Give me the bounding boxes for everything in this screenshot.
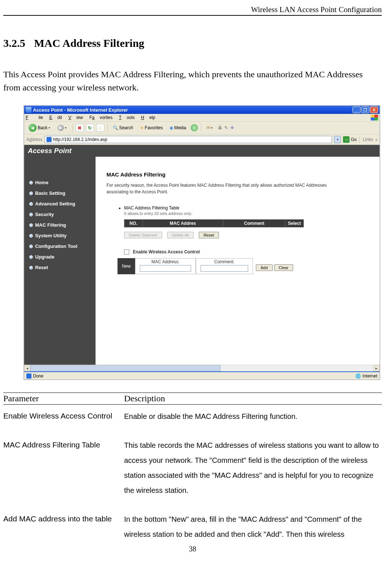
param-name: Enable Wireless Access Control bbox=[3, 409, 124, 424]
bullet-icon bbox=[29, 266, 33, 269]
page-banner: Access Point bbox=[24, 145, 380, 157]
enable-checkbox[interactable] bbox=[124, 249, 129, 254]
address-input[interactable]: http://192.168.2.1/index.asp bbox=[53, 137, 330, 142]
mail-icon: ✉ bbox=[206, 125, 210, 130]
param-table-header: Parameter Description bbox=[3, 394, 382, 404]
add-button[interactable]: Add bbox=[256, 264, 273, 271]
th-comment: Comment bbox=[223, 220, 285, 227]
section-heading: 3.2.5 MAC Address Filtering bbox=[3, 37, 382, 49]
print-button[interactable]: 🖶 bbox=[218, 125, 222, 130]
filter-table-heading: MAC Address Filtering Table bbox=[124, 205, 372, 211]
minimize-button[interactable]: _ bbox=[352, 107, 361, 113]
address-bar: Address http://192.168.2.1/index.asp ▾ →… bbox=[24, 134, 380, 145]
sidebar-item-upgrade[interactable]: Upgrade bbox=[24, 252, 96, 262]
th-mac: MAC Addres bbox=[143, 220, 223, 227]
scroll-right-icon[interactable]: ► bbox=[373, 365, 380, 371]
media-button[interactable]: ◉Media bbox=[167, 124, 188, 131]
new-comment-label: Comment: bbox=[201, 259, 248, 264]
filter-table-hint: It allows to entry 20 sets address only. bbox=[124, 211, 372, 216]
status-page-icon bbox=[26, 373, 31, 379]
th-select: Select bbox=[285, 220, 304, 227]
th-no: NO. bbox=[124, 220, 143, 227]
panel-description: For security reason, the Access Point fe… bbox=[107, 182, 341, 195]
bullet-icon bbox=[29, 245, 33, 248]
stop-button[interactable]: ✖ bbox=[76, 124, 84, 132]
clear-button[interactable]: Clear bbox=[274, 264, 293, 271]
go-button[interactable]: → Go bbox=[343, 136, 356, 143]
param-desc: This table records the MAC addresses of … bbox=[124, 438, 382, 498]
search-button[interactable]: 🔍Search bbox=[111, 124, 135, 131]
param-name: Add MAC address into the table bbox=[3, 512, 124, 542]
bullet-icon bbox=[29, 181, 33, 185]
zone-label: Internet bbox=[362, 373, 377, 379]
zone-icon: 🌐 bbox=[355, 373, 361, 379]
mail-button[interactable]: ✉▼ bbox=[204, 124, 216, 131]
menu-help[interactable]: Help bbox=[141, 115, 155, 120]
sidebar-item-macfilter[interactable]: MAC Filtering bbox=[24, 220, 96, 230]
sidebar-item-home[interactable]: Home bbox=[24, 177, 96, 188]
window-titlebar: Access Point - Microsoft Internet Explor… bbox=[24, 106, 380, 114]
bullet-icon bbox=[29, 234, 33, 238]
param-header-left: Parameter bbox=[3, 394, 124, 404]
back-icon: ◄ bbox=[29, 124, 37, 132]
menu-edit[interactable]: Edit bbox=[49, 115, 62, 120]
param-row: Add MAC address into the table In the bo… bbox=[3, 512, 382, 542]
sidebar-item-basic[interactable]: Basic Setting bbox=[24, 188, 96, 198]
forward-button[interactable]: ► ▼ bbox=[55, 124, 70, 132]
home-button[interactable]: ⌂ bbox=[96, 124, 104, 132]
stop-icon: ✖ bbox=[78, 125, 82, 131]
media-icon: ◉ bbox=[169, 125, 173, 130]
param-row: MAC Address Filtering Table This table r… bbox=[3, 438, 382, 498]
search-icon: 🔍 bbox=[113, 125, 118, 130]
windows-flag-icon bbox=[371, 115, 378, 120]
star-icon: ★ bbox=[140, 125, 144, 130]
discuss-button[interactable]: ❖ bbox=[230, 125, 234, 130]
new-mac-input[interactable] bbox=[140, 265, 191, 272]
bullet-icon bbox=[29, 192, 33, 195]
bullet-icon bbox=[29, 223, 33, 227]
delete-all-button[interactable]: Delete All bbox=[167, 232, 194, 238]
page-number: 38 bbox=[3, 545, 382, 553]
bullet-icon bbox=[29, 202, 33, 206]
links-label[interactable]: Links bbox=[363, 137, 373, 142]
sidebar-item-system[interactable]: System Utility bbox=[24, 230, 96, 241]
edit-button[interactable]: ✎ bbox=[224, 125, 228, 130]
address-dropdown[interactable]: ▾ bbox=[334, 136, 341, 143]
new-comment-input[interactable] bbox=[201, 265, 248, 272]
maximize-button[interactable]: ❐ bbox=[361, 107, 369, 113]
menu-favorites[interactable]: Favorites bbox=[89, 115, 112, 120]
sidebar: Home Basic Setting Advanced Setting Secu… bbox=[24, 157, 96, 365]
sidebar-item-config[interactable]: Configuration Tool bbox=[24, 241, 96, 252]
menu-view[interactable]: View bbox=[68, 115, 83, 120]
favorites-button[interactable]: ★Favorites bbox=[138, 124, 165, 131]
links-chevron-icon[interactable]: » bbox=[375, 138, 377, 142]
ie-icon bbox=[26, 107, 31, 113]
new-mac-label: MAC Address: bbox=[140, 259, 191, 264]
go-icon: → bbox=[343, 136, 350, 143]
toolbar: ◄ Back ▼ ► ▼ ✖ ↻ ⌂ 🔍Search ★Favorites ◉M… bbox=[24, 122, 380, 134]
sidebar-item-reset[interactable]: Reset bbox=[24, 262, 96, 273]
param-desc: Enable or disable the MAC Address Filter… bbox=[124, 409, 382, 424]
sidebar-item-advanced[interactable]: Advanced Setting bbox=[24, 198, 96, 209]
status-bar: Done 🌐 Internet bbox=[24, 372, 380, 379]
menu-file[interactable]: FFileile bbox=[26, 115, 43, 120]
back-button[interactable]: ◄ Back ▼ bbox=[26, 123, 53, 133]
menu-tools[interactable]: Tools bbox=[119, 115, 135, 120]
filter-table: NO. MAC Addres Comment Select bbox=[124, 219, 304, 227]
horizontal-scrollbar[interactable]: ◄ ► bbox=[24, 365, 380, 371]
reset-button[interactable]: Reset bbox=[199, 232, 219, 238]
status-text: Done bbox=[33, 373, 44, 379]
refresh-button[interactable]: ↻ bbox=[86, 124, 94, 132]
panel-title: MAC Address Filtering bbox=[107, 171, 372, 178]
scroll-left-icon[interactable]: ◄ bbox=[24, 365, 30, 371]
param-name: MAC Address Filtering Table bbox=[3, 438, 124, 498]
sidebar-item-security[interactable]: Security bbox=[24, 209, 96, 220]
delete-selected-button[interactable]: Delete Selected bbox=[124, 232, 162, 238]
new-label: New bbox=[117, 258, 135, 274]
page-icon bbox=[46, 137, 52, 142]
browser-screenshot: Access Point - Microsoft Internet Explor… bbox=[23, 105, 380, 380]
history-button[interactable] bbox=[191, 124, 198, 131]
scroll-thumb[interactable] bbox=[30, 365, 221, 371]
close-button[interactable]: X bbox=[370, 107, 378, 113]
window-title: Access Point - Microsoft Internet Explor… bbox=[33, 107, 128, 113]
